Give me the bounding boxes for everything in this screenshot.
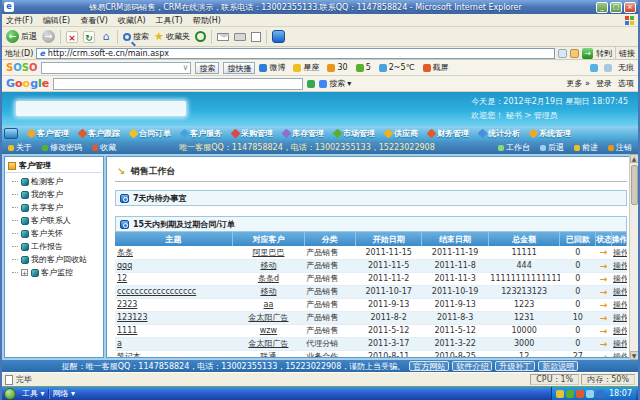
tab-客户管理[interactable]: 客户管理 xyxy=(24,128,73,139)
mail-button[interactable] xyxy=(217,33,229,41)
subject-link[interactable]: a xyxy=(117,339,122,348)
todo-section[interactable]: 7天内待办事宜 xyxy=(115,190,627,206)
taskbar-toolbar-1[interactable]: 网络 ▾ xyxy=(53,388,76,399)
menu-item-0[interactable]: 文件(F) xyxy=(6,15,33,26)
subbar-right-1[interactable]: 后退 xyxy=(540,142,564,153)
subject-link[interactable]: 笔记本 xyxy=(117,352,141,358)
column-header-0[interactable]: 主题 xyxy=(115,232,233,246)
menu-item-3[interactable]: 收藏(A) xyxy=(118,15,146,26)
tab-合同订单[interactable]: 合同订单 xyxy=(126,128,175,139)
subject-link[interactable]: 条条 xyxy=(117,248,133,257)
subject-link[interactable]: cccccccccccccccccc xyxy=(117,287,196,296)
action-link[interactable]: 操作 xyxy=(613,261,626,270)
qq-messenger-icon[interactable] xyxy=(272,30,285,43)
forward-button[interactable]: → xyxy=(42,30,55,43)
tab-采购管理[interactable]: 采购管理 xyxy=(228,128,277,139)
customer-link[interactable]: 条条d xyxy=(258,274,279,283)
column-header-1[interactable]: 对应客户 xyxy=(233,232,305,246)
customer-link[interactable]: 阿里巴巴 xyxy=(252,248,284,257)
customer-link[interactable]: 移动 xyxy=(260,261,276,270)
column-header-7[interactable]: 状态 xyxy=(596,232,611,246)
taskbar-toolbar-0[interactable]: 工具 ▾ xyxy=(22,388,45,399)
action-link[interactable]: 操作 xyxy=(613,274,626,283)
menu-item-4[interactable]: 工具(T) xyxy=(156,15,183,26)
tab-供应商[interactable]: 供应商 xyxy=(381,128,422,139)
action-link[interactable]: 操作 xyxy=(613,326,626,335)
action-link[interactable]: 操作 xyxy=(613,287,626,296)
tab-财务管理[interactable]: 财务管理 xyxy=(424,128,473,139)
soso-item-1[interactable]: 星座 xyxy=(293,62,319,73)
action-link[interactable]: 操作 xyxy=(613,352,626,358)
back-button[interactable]: ←后退 xyxy=(6,30,37,43)
soso-item-4[interactable]: 2~5℃ xyxy=(379,63,415,72)
go-icon[interactable]: → xyxy=(582,48,593,59)
google-search-input[interactable] xyxy=(53,78,303,90)
print-button[interactable] xyxy=(234,33,246,41)
action-link[interactable]: 操作 xyxy=(613,248,626,257)
google-search-button[interactable]: 搜索 ▾ xyxy=(319,78,351,89)
notice-button-3[interactable]: 新款说明 xyxy=(538,361,578,371)
action-link[interactable]: 操作 xyxy=(613,339,626,348)
google-more-link[interactable]: 更多 » xyxy=(567,78,590,89)
vertical-scrollbar[interactable]: ▲ ▼ xyxy=(629,154,638,360)
subbar-right-0[interactable]: 工作台 xyxy=(498,142,530,153)
soso-private-label[interactable]: 无痕 xyxy=(618,62,634,73)
tab-市场管理[interactable]: 市场管理 xyxy=(330,128,379,139)
customer-link[interactable]: 移动 xyxy=(260,287,276,296)
google-signin-link[interactable]: 登录 xyxy=(596,78,612,89)
start-button[interactable] xyxy=(4,388,16,400)
notice-button-1[interactable]: 软件介绍 xyxy=(452,361,492,371)
google-options-link[interactable]: 选项 xyxy=(618,78,634,89)
column-header-5[interactable]: 总金额 xyxy=(488,232,560,246)
column-header-4[interactable]: 结束日期 xyxy=(422,232,488,246)
contracts-section[interactable]: 15天内到期及过期合同/订单 xyxy=(115,216,627,232)
tray-icon[interactable] xyxy=(556,390,564,398)
sidebar-item-0[interactable]: 检测客户 xyxy=(12,175,102,188)
tab-统计分析[interactable]: 统计分析 xyxy=(475,128,524,139)
maximize-button[interactable]: □ xyxy=(610,2,622,13)
soso-search-input[interactable]: ∨ xyxy=(41,62,191,74)
scroll-down-icon[interactable]: ▼ xyxy=(630,351,639,360)
customer-link[interactable]: 联通 xyxy=(260,352,276,358)
edit-button[interactable] xyxy=(251,32,261,42)
brush-icon[interactable] xyxy=(590,64,598,72)
tray-icon[interactable] xyxy=(576,390,584,398)
soso-quick-button[interactable]: 搜快播 xyxy=(223,62,255,74)
favorites-button[interactable]: ★收藏夹 xyxy=(154,30,190,43)
tray-icon[interactable] xyxy=(566,390,574,398)
sidebar-item-4[interactable]: 客户关怀 xyxy=(12,227,102,240)
expand-icon[interactable]: + xyxy=(21,269,28,276)
subject-link[interactable]: 123123 xyxy=(117,313,148,322)
column-header-8[interactable]: 操作 xyxy=(611,232,626,246)
sidebar-header[interactable]: 客户管理 xyxy=(6,159,102,173)
sidebar-item-2[interactable]: 共享客户 xyxy=(12,201,102,214)
soso-item-5[interactable]: 截屏 xyxy=(423,62,449,73)
subject-link[interactable]: 1111 xyxy=(117,326,137,335)
stop-button[interactable]: × xyxy=(66,31,78,43)
tray-icon[interactable] xyxy=(586,390,594,398)
home-button[interactable]: ⌂ xyxy=(100,31,112,43)
menu-item-2[interactable]: 查看(V) xyxy=(80,15,108,26)
column-header-3[interactable]: 开始日期 xyxy=(355,232,421,246)
refresh-button[interactable]: ↻ xyxy=(83,31,95,43)
subbar-right-2[interactable]: 前进 xyxy=(574,142,598,153)
column-header-2[interactable]: 分类 xyxy=(304,232,355,246)
history-button[interactable] xyxy=(195,31,206,42)
tab-客户跟踪[interactable]: 客户跟踪 xyxy=(75,128,124,139)
go-label[interactable]: 转到 xyxy=(596,48,612,59)
tray-icon[interactable] xyxy=(596,390,604,398)
tab-库存管理[interactable]: 库存管理 xyxy=(279,128,328,139)
address-input[interactable]: e http://crm.soft-e.cn/main.aspx xyxy=(36,48,555,59)
customer-link[interactable]: 金太阳广告 xyxy=(248,313,288,322)
address-home-icon[interactable] xyxy=(570,49,579,58)
soso-search-button[interactable]: 搜索 xyxy=(195,62,219,74)
soso-item-0[interactable]: 微博 xyxy=(259,62,285,73)
subject-link[interactable]: qqq xyxy=(117,261,132,270)
action-link[interactable]: 操作 xyxy=(613,300,626,309)
action-link[interactable]: 操作 xyxy=(613,313,626,322)
hand-icon[interactable] xyxy=(604,64,612,72)
customer-link[interactable]: aa xyxy=(264,300,274,309)
sidebar-item-6[interactable]: 我的客户回收站 xyxy=(12,253,102,266)
search-button[interactable]: 搜索 xyxy=(123,31,149,42)
soso-item-2[interactable]: 30 xyxy=(327,63,347,72)
